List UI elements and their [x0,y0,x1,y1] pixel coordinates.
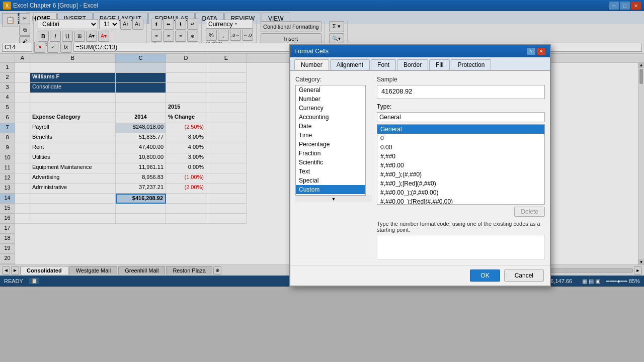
format-code-textarea[interactable] [377,235,545,260]
delete-format-button[interactable]: Delete [514,207,545,217]
type-label: Type: [377,103,545,110]
sample-value: 416208.92 [377,85,545,99]
category-section: Category: General Number Currency Accoun… [295,76,372,202]
dialog-title-bar: Format Cells ? ✕ [290,45,550,57]
dialog-tabs: Number Alignment Font Border Fill Protec… [290,57,550,71]
dialog-tab-alignment[interactable]: Alignment [330,59,370,70]
type-item-general[interactable]: General [377,125,544,134]
category-list[interactable]: General Number Currency Accounting Date … [295,85,366,196]
cat-fraction[interactable]: Fraction [296,149,365,158]
type-item-hash[interactable]: #,##0 [377,152,544,161]
format-code-hint: Type the number format code, using one o… [377,221,545,233]
cat-accounting[interactable]: Accounting [296,113,365,122]
dialog-tab-font[interactable]: Font [371,59,396,70]
ok-button[interactable]: OK [470,269,500,282]
type-item-0[interactable]: 0 [377,134,544,143]
category-scroll-down-button[interactable]: ▼ [295,196,372,202]
format-code-area: Type the number format code, using one o… [377,221,545,260]
type-item-hash00-red[interactable]: #,##0.00_);[Red](#,##0.00) [377,197,544,205]
cat-custom[interactable]: Custom [296,185,365,194]
delete-button-row: Delete [377,207,545,217]
sample-section: Sample 416208.92 [377,76,545,99]
type-item-hash00[interactable]: #,##0.00 [377,161,544,170]
dialog-tab-protection[interactable]: Protection [451,59,491,70]
cat-currency[interactable]: Currency [296,104,365,113]
sample-label: Sample [377,76,545,83]
dialog-help-button[interactable]: ? [527,47,536,55]
dialog-body: Category: General Number Currency Accoun… [290,71,550,265]
cat-number[interactable]: Number [296,95,365,104]
cat-general[interactable]: General [296,85,365,95]
dialog-title-text: Format Cells [294,48,329,55]
dialog-tab-number[interactable]: Number [294,59,329,70]
cat-percentage[interactable]: Percentage [296,140,365,149]
cat-time[interactable]: Time [296,131,365,140]
type-list[interactable]: General 0 0.00 #,##0 #,##0.00 #,##0_);(#… [377,124,545,205]
dialog-action-buttons: OK Cancel [290,265,550,286]
cat-date[interactable]: Date [296,122,365,131]
dialog-tab-border[interactable]: Border [397,59,428,70]
dialog-controls: ? ✕ [527,47,546,55]
cat-text[interactable]: Text [296,167,365,176]
format-cells-dialog: Format Cells ? ✕ Number Alignment Font B… [289,44,551,287]
cat-special[interactable]: Special [296,176,365,185]
right-panel: Sample 416208.92 Type: General 0 0.00 #,… [377,76,545,260]
type-item-hash-paren[interactable]: #,##0_);(#,##0) [377,170,544,179]
type-item-hash00-paren[interactable]: #,##0.00_);(#,##0.00) [377,188,544,197]
dialog-tab-fill[interactable]: Fill [429,59,450,70]
type-item-hash-red[interactable]: #,##0_);[Red](#,##0) [377,179,544,188]
dialog-close-button[interactable]: ✕ [537,47,546,55]
type-input[interactable] [377,112,545,122]
cancel-button[interactable]: Cancel [504,269,544,282]
category-label: Category: [295,76,372,83]
type-section: Type: General 0 0.00 #,##0 #,##0.00 #,##… [377,103,545,205]
type-item-0.00[interactable]: 0.00 [377,143,544,152]
cat-scientific[interactable]: Scientific [296,158,365,167]
